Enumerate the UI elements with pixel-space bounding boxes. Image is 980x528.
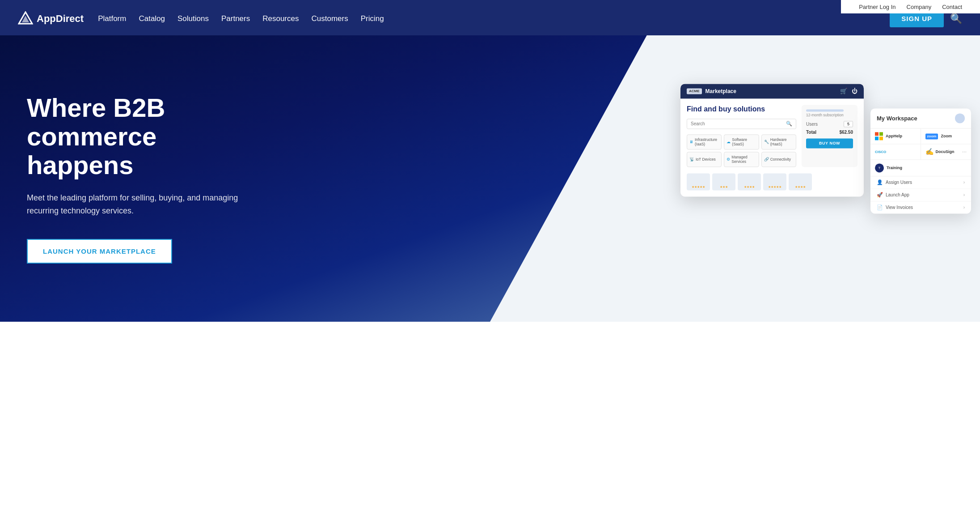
marketplace-search-input[interactable] [691, 121, 783, 126]
search-button[interactable]: 🔍 [950, 13, 962, 25]
more-apps-dots[interactable]: ··· [962, 149, 967, 155]
infrastructure-icon: 🖥 [689, 140, 693, 144]
workspace-card: My Workspace AppHelp zoom [870, 108, 971, 213]
hero-section: Where B2B commerce happens Meet the lead… [0, 35, 980, 322]
nav-partners[interactable]: Partners [221, 14, 250, 23]
app-microsoft[interactable]: AppHelp [870, 128, 921, 144]
launch-app-label: Launch App [886, 192, 909, 197]
launch-app-icon: 🚀 [877, 192, 883, 198]
users-label: Users [806, 122, 818, 127]
action-view-invoices[interactable]: 📄 View Invoices › [870, 201, 971, 213]
launch-marketplace-button[interactable]: LAUNCH YOUR MARKETPLACE [27, 239, 172, 264]
cart-icon: 🛒 [840, 88, 847, 94]
marketplace-card: ACME Marketplace 🛒 ⏻ Find and buy soluti… [680, 84, 864, 196]
subscription-panel: 12-month subscription Users 5 Total $62.… [802, 105, 858, 167]
find-solutions-text: Find and buy solutions [687, 105, 796, 114]
launch-app-chevron: › [963, 192, 965, 197]
workspace-apps: AppHelp zoom Zoom CISCO ✍ DocuSign [870, 128, 971, 160]
hero-subtitle: Meet the leading platform for selling, b… [27, 192, 250, 217]
view-invoices-label: View Invoices [886, 205, 913, 210]
workspace-title: My Workspace [877, 115, 917, 122]
thumb-5: ★★★★ [789, 173, 812, 190]
appdirect-logo-icon [18, 11, 33, 26]
action-launch-app[interactable]: 🚀 Launch App › [870, 189, 971, 201]
nav-pricing[interactable]: Pricing [361, 14, 384, 23]
apphelp-label: AppHelp [886, 134, 902, 138]
microsoft-logo [875, 132, 883, 140]
buy-now-button[interactable]: BUY NOW [806, 138, 853, 148]
nav-platform[interactable]: Platform [98, 14, 126, 23]
search-icon-small: 🔍 [786, 121, 792, 127]
view-invoices-icon: 📄 [877, 204, 883, 210]
cat-managed[interactable]: ⚙ Managed Services [724, 152, 759, 167]
power-icon: ⏻ [852, 88, 858, 94]
nav-catalog[interactable]: Catalog [139, 14, 165, 23]
managed-icon: ⚙ [727, 157, 730, 162]
cat-software[interactable]: ☁ Software (SaaS) [724, 134, 759, 149]
hero-content: Where B2B commerce happens Meet the lead… [0, 58, 291, 299]
thumb-3: ★★★★ [738, 173, 761, 190]
connectivity-icon: 🔗 [764, 157, 769, 162]
workspace-actions: 👤 Assign Users › 🚀 Launch App › 📄 Vie [870, 176, 971, 213]
thumb-4: ★★★★★ [763, 173, 786, 190]
app-training[interactable]: T Training [870, 160, 971, 176]
docusign-logo: ✍ [925, 148, 934, 156]
cat-connectivity[interactable]: 🔗 Connectivity [761, 152, 796, 167]
logo-text: AppDirect [37, 13, 84, 25]
nav-solutions[interactable]: Solutions [177, 14, 209, 23]
main-nav: Platform Catalog Solutions Partners Reso… [98, 14, 890, 23]
nav-resources[interactable]: Resources [262, 14, 299, 23]
app-zoom[interactable]: zoom Zoom [921, 128, 972, 144]
zoom-label: Zoom [941, 134, 952, 138]
search-icon: 🔍 [950, 13, 962, 24]
total-label: Total [806, 130, 816, 135]
product-thumbnails: ★★★★★ ★★★ ★★★★ ★★★★★ ★★★★ [680, 173, 864, 196]
training-logo: T [875, 163, 884, 172]
hero-mockups: ACME Marketplace 🛒 ⏻ Find and buy soluti… [676, 84, 971, 290]
zoom-logo: zoom [925, 133, 938, 139]
acme-badge: ACME [687, 88, 702, 94]
thumb-2: ★★★ [712, 173, 735, 190]
cat-hardware[interactable]: 🔧 Hardware (HaaS) [761, 134, 796, 149]
contact-link[interactable]: Contact [942, 4, 962, 10]
cat-iot[interactable]: 📡 IoT Devices [687, 152, 722, 167]
view-invoices-chevron: › [963, 205, 965, 210]
subscription-label: 12-month subscription [806, 113, 853, 117]
partner-login-link[interactable]: Partner Log In [859, 4, 896, 10]
assign-users-chevron: › [963, 180, 965, 185]
iot-icon: 📡 [689, 157, 694, 162]
assign-users-label: Assign Users [886, 180, 912, 185]
total-value: $62.50 [839, 130, 853, 135]
hardware-icon: 🔧 [764, 140, 769, 144]
hero-title: Where B2B commerce happens [27, 94, 264, 179]
training-label: Training [887, 166, 902, 170]
docusign-label: DocuSign [936, 149, 955, 154]
company-link[interactable]: Company [907, 4, 932, 10]
cisco-logo: CISCO [875, 150, 886, 154]
cat-infrastructure[interactable]: 🖥 Infrastructure (IaaS) [687, 134, 722, 149]
marketplace-card-header: ACME Marketplace 🛒 ⏻ [680, 84, 864, 98]
software-icon: ☁ [727, 140, 731, 144]
marketplace-title: Marketplace [705, 88, 736, 94]
app-docusign[interactable]: ✍ DocuSign ··· [921, 144, 972, 160]
app-cisco[interactable]: CISCO [870, 144, 921, 160]
thumb-1: ★★★★★ [687, 173, 710, 190]
users-box: 5 [844, 121, 853, 127]
logo[interactable]: AppDirect [18, 11, 84, 26]
category-grid: 🖥 Infrastructure (IaaS) ☁ Software (SaaS… [687, 134, 796, 167]
nav-customers[interactable]: Customers [311, 14, 348, 23]
assign-users-icon: 👤 [877, 179, 883, 185]
user-avatar [955, 113, 965, 123]
action-assign-users[interactable]: 👤 Assign Users › [870, 176, 971, 189]
